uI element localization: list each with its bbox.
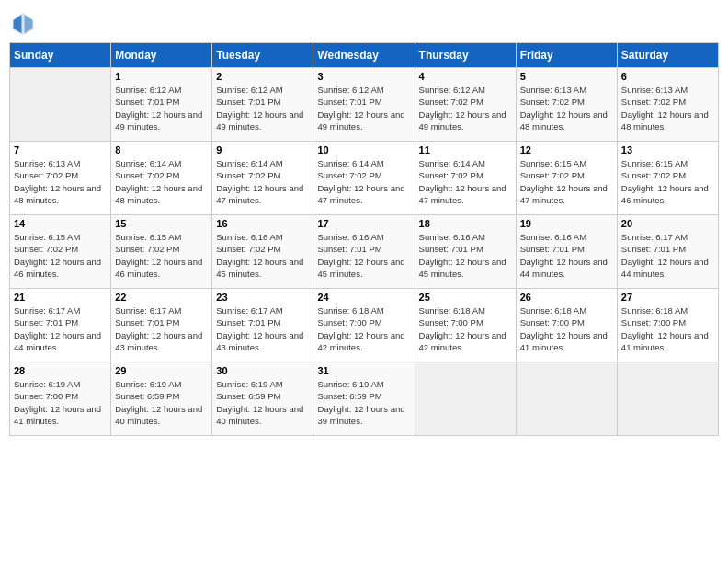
day-number: 2 xyxy=(216,71,309,82)
day-number: 11 xyxy=(419,144,512,155)
day-info: Sunrise: 6:14 AMSunset: 7:02 PMDaylight:… xyxy=(115,157,208,206)
day-info: Sunrise: 6:16 AMSunset: 7:01 PMDaylight:… xyxy=(520,231,613,280)
day-number: 8 xyxy=(115,144,208,155)
day-number: 7 xyxy=(14,144,107,155)
day-number: 23 xyxy=(216,292,309,303)
calendar-cell: 11Sunrise: 6:14 AMSunset: 7:02 PMDayligh… xyxy=(415,142,516,215)
day-info: Sunrise: 6:19 AMSunset: 6:59 PMDaylight:… xyxy=(317,378,410,427)
column-header-wednesday: Wednesday xyxy=(313,43,415,68)
calendar-cell: 2Sunrise: 6:12 AMSunset: 7:01 PMDaylight… xyxy=(212,68,313,142)
calendar-week-4: 21Sunrise: 6:17 AMSunset: 7:01 PMDayligh… xyxy=(10,289,719,362)
calendar-week-5: 28Sunrise: 6:19 AMSunset: 7:00 PMDayligh… xyxy=(10,362,719,436)
day-number: 25 xyxy=(419,292,512,303)
calendar-cell: 1Sunrise: 6:12 AMSunset: 7:01 PMDaylight… xyxy=(111,68,212,142)
calendar-cell: 22Sunrise: 6:17 AMSunset: 7:01 PMDayligh… xyxy=(111,289,212,362)
calendar-cell: 12Sunrise: 6:15 AMSunset: 7:02 PMDayligh… xyxy=(516,142,617,215)
day-info: Sunrise: 6:15 AMSunset: 7:02 PMDaylight:… xyxy=(14,231,107,280)
calendar-cell xyxy=(617,362,718,436)
day-number: 15 xyxy=(115,218,208,229)
day-number: 28 xyxy=(14,365,107,376)
day-number: 17 xyxy=(317,218,410,229)
calendar-header-row: SundayMondayTuesdayWednesdayThursdayFrid… xyxy=(10,43,719,68)
calendar-cell: 31Sunrise: 6:19 AMSunset: 6:59 PMDayligh… xyxy=(313,362,415,436)
day-number: 10 xyxy=(317,144,410,155)
day-info: Sunrise: 6:18 AMSunset: 7:00 PMDaylight:… xyxy=(419,304,512,353)
calendar-cell: 10Sunrise: 6:14 AMSunset: 7:02 PMDayligh… xyxy=(313,142,415,215)
calendar-week-2: 7Sunrise: 6:13 AMSunset: 7:02 PMDaylight… xyxy=(10,142,719,215)
day-info: Sunrise: 6:14 AMSunset: 7:02 PMDaylight:… xyxy=(419,157,512,206)
day-info: Sunrise: 6:12 AMSunset: 7:01 PMDaylight:… xyxy=(317,84,410,132)
day-number: 29 xyxy=(115,365,208,376)
day-info: Sunrise: 6:15 AMSunset: 7:02 PMDaylight:… xyxy=(115,231,208,280)
day-info: Sunrise: 6:17 AMSunset: 7:01 PMDaylight:… xyxy=(621,231,714,280)
day-number: 14 xyxy=(14,218,107,229)
calendar-cell: 29Sunrise: 6:19 AMSunset: 6:59 PMDayligh… xyxy=(111,362,212,436)
calendar-cell: 14Sunrise: 6:15 AMSunset: 7:02 PMDayligh… xyxy=(10,215,111,289)
calendar-cell: 17Sunrise: 6:16 AMSunset: 7:01 PMDayligh… xyxy=(313,215,415,289)
day-number: 4 xyxy=(419,71,512,82)
day-info: Sunrise: 6:19 AMSunset: 6:59 PMDaylight:… xyxy=(216,378,309,427)
calendar-week-1: 1Sunrise: 6:12 AMSunset: 7:01 PMDaylight… xyxy=(10,68,719,142)
page-header xyxy=(9,9,719,37)
day-info: Sunrise: 6:17 AMSunset: 7:01 PMDaylight:… xyxy=(14,304,107,353)
day-info: Sunrise: 6:12 AMSunset: 7:01 PMDaylight:… xyxy=(216,84,309,132)
calendar-cell: 7Sunrise: 6:13 AMSunset: 7:02 PMDaylight… xyxy=(10,142,111,215)
calendar-cell: 3Sunrise: 6:12 AMSunset: 7:01 PMDaylight… xyxy=(313,68,415,142)
day-info: Sunrise: 6:17 AMSunset: 7:01 PMDaylight:… xyxy=(115,304,208,353)
day-number: 16 xyxy=(216,218,309,229)
column-header-thursday: Thursday xyxy=(415,43,516,68)
day-info: Sunrise: 6:15 AMSunset: 7:02 PMDaylight:… xyxy=(621,157,714,206)
calendar-cell: 5Sunrise: 6:13 AMSunset: 7:02 PMDaylight… xyxy=(516,68,617,142)
calendar-cell: 16Sunrise: 6:16 AMSunset: 7:02 PMDayligh… xyxy=(212,215,313,289)
calendar-cell: 18Sunrise: 6:16 AMSunset: 7:01 PMDayligh… xyxy=(415,215,516,289)
day-number: 13 xyxy=(621,144,714,155)
day-number: 6 xyxy=(621,71,714,82)
calendar-cell xyxy=(10,68,111,142)
day-info: Sunrise: 6:18 AMSunset: 7:00 PMDaylight:… xyxy=(621,304,714,353)
calendar-cell: 4Sunrise: 6:12 AMSunset: 7:02 PMDaylight… xyxy=(415,68,516,142)
day-info: Sunrise: 6:16 AMSunset: 7:01 PMDaylight:… xyxy=(419,231,512,280)
day-info: Sunrise: 6:13 AMSunset: 7:02 PMDaylight:… xyxy=(621,84,714,132)
day-info: Sunrise: 6:19 AMSunset: 6:59 PMDaylight:… xyxy=(115,378,208,427)
calendar-cell: 26Sunrise: 6:18 AMSunset: 7:00 PMDayligh… xyxy=(516,289,617,362)
column-header-sunday: Sunday xyxy=(10,43,111,68)
day-info: Sunrise: 6:13 AMSunset: 7:02 PMDaylight:… xyxy=(14,157,107,206)
day-number: 19 xyxy=(520,218,613,229)
day-info: Sunrise: 6:18 AMSunset: 7:00 PMDaylight:… xyxy=(520,304,613,353)
calendar-cell: 13Sunrise: 6:15 AMSunset: 7:02 PMDayligh… xyxy=(617,142,718,215)
calendar-cell xyxy=(516,362,617,436)
calendar-cell: 24Sunrise: 6:18 AMSunset: 7:00 PMDayligh… xyxy=(313,289,415,362)
day-number: 5 xyxy=(520,71,613,82)
column-header-tuesday: Tuesday xyxy=(212,43,313,68)
logo-icon xyxy=(9,9,37,37)
day-number: 31 xyxy=(317,365,410,376)
calendar-week-3: 14Sunrise: 6:15 AMSunset: 7:02 PMDayligh… xyxy=(10,215,719,289)
day-info: Sunrise: 6:12 AMSunset: 7:01 PMDaylight:… xyxy=(115,84,208,132)
day-number: 22 xyxy=(115,292,208,303)
day-info: Sunrise: 6:14 AMSunset: 7:02 PMDaylight:… xyxy=(317,157,410,206)
day-number: 20 xyxy=(621,218,714,229)
day-number: 26 xyxy=(520,292,613,303)
calendar-cell: 28Sunrise: 6:19 AMSunset: 7:00 PMDayligh… xyxy=(10,362,111,436)
column-header-saturday: Saturday xyxy=(617,43,718,68)
day-info: Sunrise: 6:13 AMSunset: 7:02 PMDaylight:… xyxy=(520,84,613,132)
calendar-cell: 6Sunrise: 6:13 AMSunset: 7:02 PMDaylight… xyxy=(617,68,718,142)
day-number: 1 xyxy=(115,71,208,82)
calendar-cell: 19Sunrise: 6:16 AMSunset: 7:01 PMDayligh… xyxy=(516,215,617,289)
calendar-cell: 15Sunrise: 6:15 AMSunset: 7:02 PMDayligh… xyxy=(111,215,212,289)
column-header-monday: Monday xyxy=(111,43,212,68)
day-number: 12 xyxy=(520,144,613,155)
day-info: Sunrise: 6:18 AMSunset: 7:00 PMDaylight:… xyxy=(317,304,410,353)
day-number: 30 xyxy=(216,365,309,376)
day-info: Sunrise: 6:14 AMSunset: 7:02 PMDaylight:… xyxy=(216,157,309,206)
day-info: Sunrise: 6:17 AMSunset: 7:01 PMDaylight:… xyxy=(216,304,309,353)
day-info: Sunrise: 6:16 AMSunset: 7:01 PMDaylight:… xyxy=(317,231,410,280)
calendar-cell: 30Sunrise: 6:19 AMSunset: 6:59 PMDayligh… xyxy=(212,362,313,436)
day-info: Sunrise: 6:12 AMSunset: 7:02 PMDaylight:… xyxy=(419,84,512,132)
day-number: 3 xyxy=(317,71,410,82)
calendar-cell: 27Sunrise: 6:18 AMSunset: 7:00 PMDayligh… xyxy=(617,289,718,362)
logo xyxy=(9,9,40,37)
day-info: Sunrise: 6:16 AMSunset: 7:02 PMDaylight:… xyxy=(216,231,309,280)
column-header-friday: Friday xyxy=(516,43,617,68)
calendar-body: 1Sunrise: 6:12 AMSunset: 7:01 PMDaylight… xyxy=(10,68,719,436)
